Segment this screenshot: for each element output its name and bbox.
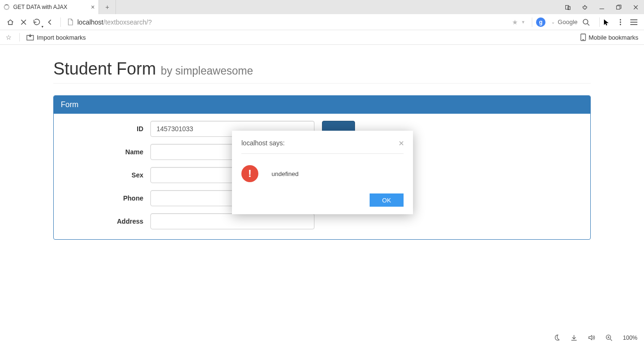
volume-icon[interactable] [588, 334, 595, 341]
favorite-icon[interactable]: ★ [512, 18, 518, 26]
svg-point-10 [620, 19, 621, 20]
night-mode-icon[interactable] [553, 334, 560, 341]
loading-spinner-icon [4, 4, 9, 10]
form-panel: Form ID Name Sex Phone Address [53, 95, 591, 240]
bookmarks-bar: ☆ Import bookmarks Mobile bookmarks [0, 30, 644, 45]
form-row-name: Name [61, 144, 583, 160]
address-input[interactable] [150, 213, 314, 229]
page-icon [67, 18, 74, 25]
cursor-flag-icon[interactable] [603, 19, 610, 25]
search-engine-selector[interactable]: ⌄ Google [548, 18, 578, 25]
import-bookmarks-button[interactable]: Import bookmarks [26, 34, 86, 41]
reload-icon[interactable]: ▾ [30, 16, 43, 29]
id-input[interactable] [150, 121, 314, 137]
zoom-icon[interactable] [605, 334, 612, 341]
svg-line-20 [611, 339, 612, 341]
url-dropdown-icon[interactable]: ▼ [521, 20, 525, 25]
status-bar: 100% [0, 331, 644, 344]
separator [60, 17, 61, 27]
form-row-id: ID [61, 121, 583, 137]
hamburger-menu-icon[interactable] [627, 16, 640, 29]
minimize-icon[interactable] [593, 0, 610, 14]
import-bookmarks-label: Import bookmarks [37, 34, 86, 41]
phone-input[interactable] [150, 190, 314, 206]
sex-input[interactable] [150, 167, 314, 183]
chevron-down-icon: ⌄ [551, 19, 555, 25]
bookmark-star-icon[interactable]: ☆ [6, 34, 12, 41]
page-header: Student Form by simpleawesome [53, 59, 591, 84]
window-controls [559, 0, 644, 14]
svg-rect-3 [616, 6, 619, 9]
mobile-icon [580, 34, 586, 41]
browser-navbar: ▾ localhost/textboxsearch/? ★ ▼ g ⌄ Goog… [0, 14, 644, 30]
maximize-icon[interactable] [610, 0, 627, 14]
label-address: Address [61, 218, 150, 225]
browser-titlebar: GET DATA with AJAX × + [0, 0, 644, 14]
stop-icon[interactable] [17, 16, 30, 29]
separator [532, 17, 532, 27]
label-sex: Sex [61, 171, 150, 179]
separator [599, 17, 600, 27]
svg-rect-0 [565, 5, 569, 9]
browser-tab[interactable]: GET DATA with AJAX × [0, 0, 99, 14]
page-title: Student Form by simpleawesome [53, 59, 591, 79]
form-row-address: Address [61, 213, 583, 229]
close-window-icon[interactable] [627, 0, 644, 14]
back-icon[interactable] [43, 16, 57, 29]
page-subtitle: by simpleawesome [161, 65, 253, 77]
zoom-level: 100% [623, 335, 637, 341]
label-phone: Phone [61, 194, 150, 202]
name-input[interactable] [150, 144, 314, 160]
panel-heading: Form [54, 96, 590, 114]
form-row-phone: Phone [61, 190, 583, 206]
home-icon[interactable] [4, 16, 17, 29]
label-id: ID [61, 125, 150, 133]
svg-point-12 [620, 24, 621, 25]
mobile-bookmarks-button[interactable]: Mobile bookmarks [580, 34, 639, 41]
page-container: Student Form by simpleawesome Form ID Na… [53, 45, 591, 240]
search-icon[interactable] [582, 18, 590, 26]
search-engine-icon[interactable]: g [536, 17, 545, 27]
import-icon [26, 34, 34, 41]
submit-button[interactable] [322, 121, 355, 137]
extensions-icon[interactable] [576, 0, 593, 14]
panel-body: ID Name Sex Phone Address [54, 114, 590, 239]
search-engine-label: Google [558, 18, 578, 25]
navbar-right: ★ ▼ g ⌄ Google [509, 16, 640, 29]
kebab-menu-icon[interactable] [614, 16, 627, 29]
form-row-sex: Sex [61, 167, 583, 183]
new-tab-button[interactable]: + [99, 0, 116, 14]
separator [19, 33, 20, 42]
downloads-icon[interactable] [570, 334, 578, 341]
svg-line-9 [587, 24, 589, 25]
mobile-bookmarks-label: Mobile bookmarks [589, 34, 639, 41]
tab-title: GET DATA with AJAX [13, 4, 67, 10]
url-text: localhost/textboxsearch/? [77, 18, 152, 26]
devices-icon[interactable] [559, 0, 576, 14]
svg-point-8 [583, 19, 588, 24]
label-name: Name [61, 148, 150, 156]
close-tab-icon[interactable]: × [91, 3, 95, 11]
svg-point-11 [620, 21, 621, 23]
url-bar[interactable]: localhost/textboxsearch/? [65, 16, 509, 29]
